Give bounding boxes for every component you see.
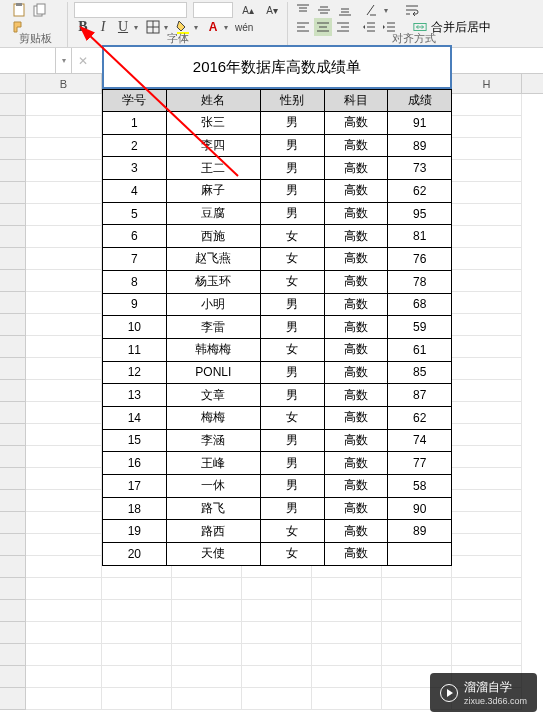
table-row[interactable]: 1张三男高数91 (103, 112, 452, 135)
increase-font-icon[interactable]: A▴ (239, 1, 257, 19)
table-cell[interactable]: 女 (260, 225, 324, 248)
table-cell[interactable]: 9 (103, 293, 167, 316)
table-header[interactable]: 性别 (260, 90, 324, 112)
table-row[interactable]: 18路飞男高数90 (103, 497, 452, 520)
font-name-dropdown[interactable] (74, 2, 187, 18)
table-cell[interactable]: 1 (103, 112, 167, 135)
table-cell[interactable]: 14 (103, 406, 167, 429)
align-bottom-icon[interactable] (336, 1, 354, 19)
table-cell[interactable]: 李雷 (166, 316, 260, 339)
table-row[interactable]: 15李涵男高数74 (103, 429, 452, 452)
table-cell[interactable]: 17 (103, 475, 167, 498)
table-row[interactable]: 9小明男高数68 (103, 293, 452, 316)
table-row[interactable]: 10李雷男高数59 (103, 316, 452, 339)
table-cell[interactable]: 赵飞燕 (166, 248, 260, 271)
table-cell[interactable]: 11 (103, 338, 167, 361)
table-cell[interactable]: 高数 (324, 270, 388, 293)
table-cell[interactable]: 男 (260, 497, 324, 520)
table-cell[interactable]: 6 (103, 225, 167, 248)
table-row[interactable]: 20天使女高数 (103, 543, 452, 566)
table-cell[interactable]: 小明 (166, 293, 260, 316)
table-cell[interactable]: 西施 (166, 225, 260, 248)
table-cell[interactable]: 18 (103, 497, 167, 520)
table-cell[interactable]: 61 (388, 338, 452, 361)
wrap-text-icon[interactable] (403, 1, 421, 19)
table-cell[interactable]: 高数 (324, 497, 388, 520)
table-cell[interactable]: 78 (388, 270, 452, 293)
table-cell[interactable]: 高数 (324, 543, 388, 566)
table-cell[interactable]: 男 (260, 475, 324, 498)
table-cell[interactable]: 王峰 (166, 452, 260, 475)
table-cell[interactable]: 女 (260, 520, 324, 543)
table-cell[interactable]: 女 (260, 338, 324, 361)
table-cell[interactable]: 85 (388, 361, 452, 384)
table-header[interactable]: 姓名 (166, 90, 260, 112)
table-cell[interactable]: 高数 (324, 157, 388, 180)
table-cell[interactable]: 95 (388, 202, 452, 225)
table-cell[interactable]: 男 (260, 157, 324, 180)
table-cell[interactable]: 10 (103, 316, 167, 339)
table-cell[interactable]: 7 (103, 248, 167, 271)
table-cell[interactable]: 77 (388, 452, 452, 475)
table-cell[interactable]: 李涵 (166, 429, 260, 452)
table-cell[interactable]: 王二 (166, 157, 260, 180)
table-row[interactable]: 16王峰男高数77 (103, 452, 452, 475)
table-cell[interactable]: 男 (260, 429, 324, 452)
table-cell[interactable]: 81 (388, 225, 452, 248)
table-cell[interactable]: 2 (103, 134, 167, 157)
table-row[interactable]: 17一休男高数58 (103, 475, 452, 498)
table-row[interactable]: 7赵飞燕女高数76 (103, 248, 452, 271)
table-cell[interactable]: 89 (388, 520, 452, 543)
table-cell[interactable]: PONLI (166, 361, 260, 384)
table-cell[interactable]: 男 (260, 316, 324, 339)
table-row[interactable]: 19路西女高数89 (103, 520, 452, 543)
table-cell[interactable]: 路飞 (166, 497, 260, 520)
table-cell[interactable]: 女 (260, 248, 324, 271)
table-cell[interactable]: 12 (103, 361, 167, 384)
table-row[interactable]: 11韩梅梅女高数61 (103, 338, 452, 361)
table-cell[interactable]: 高数 (324, 134, 388, 157)
table-cell[interactable]: 男 (260, 180, 324, 203)
cancel-icon[interactable]: ✕ (72, 48, 94, 73)
table-cell[interactable]: 麻子 (166, 180, 260, 203)
table-cell[interactable]: 男 (260, 112, 324, 135)
table-row[interactable]: 12PONLI男高数85 (103, 361, 452, 384)
table-cell[interactable]: 天使 (166, 543, 260, 566)
table-cell[interactable]: 高数 (324, 202, 388, 225)
table-cell[interactable]: 20 (103, 543, 167, 566)
table-cell[interactable]: 90 (388, 497, 452, 520)
table-cell[interactable]: 文章 (166, 384, 260, 407)
table-cell[interactable]: 68 (388, 293, 452, 316)
table-cell[interactable]: 高数 (324, 225, 388, 248)
table-cell[interactable]: 张三 (166, 112, 260, 135)
table-cell[interactable]: 韩梅梅 (166, 338, 260, 361)
paste-icon[interactable] (10, 1, 28, 19)
decrease-font-icon[interactable]: A▾ (263, 1, 281, 19)
table-cell[interactable]: 15 (103, 429, 167, 452)
align-top-icon[interactable] (294, 1, 312, 19)
table-cell[interactable]: 高数 (324, 406, 388, 429)
table-cell[interactable]: 梅梅 (166, 406, 260, 429)
select-all-triangle[interactable] (0, 74, 26, 93)
table-cell[interactable]: 高数 (324, 384, 388, 407)
table-cell[interactable]: 杨玉环 (166, 270, 260, 293)
table-header[interactable]: 科目 (324, 90, 388, 112)
table-cell[interactable]: 5 (103, 202, 167, 225)
table-cell[interactable]: 16 (103, 452, 167, 475)
table-cell[interactable]: 女 (260, 543, 324, 566)
table-cell[interactable]: 高数 (324, 316, 388, 339)
table-cell[interactable]: 高数 (324, 338, 388, 361)
copy-icon[interactable] (31, 1, 49, 19)
table-cell[interactable]: 高数 (324, 452, 388, 475)
table-cell[interactable] (388, 543, 452, 566)
table-cell[interactable]: 路西 (166, 520, 260, 543)
table-row[interactable]: 6西施女高数81 (103, 225, 452, 248)
table-cell[interactable]: 13 (103, 384, 167, 407)
table-cell[interactable]: 19 (103, 520, 167, 543)
align-middle-icon[interactable] (315, 1, 333, 19)
table-cell[interactable]: 高数 (324, 520, 388, 543)
font-size-dropdown[interactable] (193, 2, 233, 18)
table-row[interactable]: 2李四男高数89 (103, 134, 452, 157)
table-cell[interactable]: 87 (388, 384, 452, 407)
table-cell[interactable]: 高数 (324, 180, 388, 203)
